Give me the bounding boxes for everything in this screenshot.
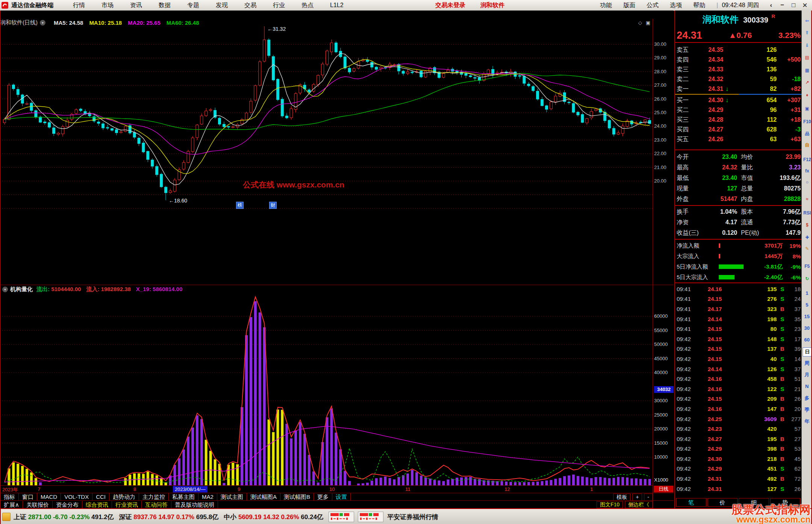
- strip-icon-13[interactable]: ○: [802, 180, 812, 185]
- strip-icon-8[interactable]: F10: [802, 119, 812, 124]
- strip-period-多[interactable]: 多: [803, 394, 811, 402]
- chart-corner-icon-0[interactable]: ◇: [638, 20, 642, 26]
- index-quote-0[interactable]: 上证 2871.00 -6.70 -0.23% 491.2亿: [14, 513, 114, 521]
- bid-row[interactable]: 买四24.27628-3: [675, 125, 802, 134]
- ask-row[interactable]: 卖四24.34546+500: [675, 55, 802, 65]
- indicator-tab-3[interactable]: VOL-TDX: [61, 493, 92, 501]
- index-quote-2[interactable]: 中小 5609.19 14.32 0.26% 60.24亿: [224, 513, 323, 521]
- tick-tab-0[interactable]: 笔: [676, 498, 706, 507]
- indicator-tab-settings[interactable]: 设置: [332, 493, 351, 501]
- function-tab-2[interactable]: 资金分布: [53, 501, 82, 509]
- indicator-tab-4[interactable]: CCI: [92, 493, 109, 501]
- strip-icon-7[interactable]: ▣: [802, 106, 812, 111]
- bid-row[interactable]: 买三24.28112+18: [675, 115, 802, 125]
- indicator-tab-0[interactable]: 指标: [0, 493, 19, 501]
- menu-item-9[interactable]: L1L2: [330, 2, 344, 8]
- bid-row[interactable]: 买一24.30↓654+307: [675, 95, 802, 105]
- strip-icon-16[interactable]: $: [802, 222, 812, 228]
- menu-item-1[interactable]: 市场: [102, 2, 114, 8]
- strip-icon-11[interactable]: F12: [802, 157, 812, 162]
- indicator-tab-11[interactable]: 测试幅图B: [280, 493, 314, 501]
- index-quote-1[interactable]: 深证 8937.76 14.97 0.17% 695.8亿: [119, 513, 219, 521]
- function-tab-3[interactable]: 综合资讯: [82, 501, 112, 509]
- function-tab-right-0[interactable]: 图文F10: [597, 501, 623, 508]
- stock-shortcut[interactable]: 润和软件: [480, 2, 504, 9]
- mini-trend-icon[interactable]: [329, 512, 354, 522]
- strip-period-年[interactable]: 年: [803, 417, 811, 426]
- strip-icon-4[interactable]: ▦: [802, 68, 812, 73]
- menu-item-4[interactable]: 专题: [187, 2, 199, 8]
- strip-period-季[interactable]: 季: [803, 406, 811, 414]
- strip-icon-3[interactable]: ▤: [802, 55, 812, 60]
- minimize-button[interactable]: −: [777, 2, 788, 9]
- strip-icon-1[interactable]: ⇧: [802, 30, 812, 35]
- strip-period-5[interactable]: 5: [803, 301, 811, 309]
- ask-row[interactable]: 卖五24.35126: [675, 45, 802, 55]
- strip-icon-20[interactable]: ↻: [802, 276, 812, 281]
- strip-icon-14[interactable]: ≈: [802, 196, 812, 202]
- indicator-tab-5[interactable]: 趋势动力: [109, 493, 139, 501]
- chart-corner-icon-1[interactable]: ▣: [646, 20, 650, 26]
- function-tab-4[interactable]: 行业资讯: [112, 501, 142, 509]
- bid-row[interactable]: 买二24.2996+31: [675, 105, 802, 115]
- indicator-tab-1[interactable]: 窗口: [19, 493, 37, 501]
- zoom-in-button[interactable]: +: [632, 494, 642, 501]
- close-button[interactable]: ✕: [799, 2, 810, 9]
- strip-period-15[interactable]: 15: [803, 313, 811, 321]
- zoom-out-button[interactable]: -: [644, 494, 653, 501]
- menu-item-right-0[interactable]: 功能: [600, 2, 612, 9]
- strip-icon-9[interactable]: 品: [802, 131, 812, 137]
- message-icon[interactable]: [2, 513, 11, 521]
- strip-period-N[interactable]: N: [803, 382, 811, 391]
- strip-icon-0[interactable]: ⇦: [802, 18, 812, 23]
- strip-period-30[interactable]: 30: [803, 324, 811, 332]
- menu-item-8[interactable]: 热点: [301, 2, 314, 8]
- ask-row[interactable]: 卖一24.31↓82+82: [675, 84, 802, 94]
- function-tab-right-1[interactable]: 侧边栏《: [625, 501, 653, 508]
- strip-icon-19[interactable]: F5: [802, 264, 812, 269]
- strip-icon-17[interactable]: ✚: [802, 235, 812, 240]
- strip-icon-15[interactable]: RSI: [802, 210, 812, 216]
- mini-trend-icon[interactable]: [358, 512, 383, 522]
- overlay-tag-0[interactable]: 榜: [236, 202, 244, 209]
- indicator-tab-8[interactable]: MA2: [198, 493, 217, 501]
- strip-period-1[interactable]: 1: [803, 289, 811, 297]
- strip-icon-6[interactable]: ♦: [802, 92, 812, 98]
- strip-period-60[interactable]: 60: [803, 336, 811, 344]
- template-button[interactable]: 模板: [613, 494, 630, 501]
- indicator-tab-2[interactable]: MACD: [37, 493, 61, 501]
- menu-item-6[interactable]: 交易: [244, 2, 256, 8]
- menu-item-7[interactable]: 行业: [273, 2, 285, 8]
- strip-icon-18[interactable]: ✎: [802, 246, 812, 251]
- function-tab-6[interactable]: 普及版功能说明: [171, 501, 218, 509]
- ask-row[interactable]: 卖三24.33136: [675, 65, 802, 74]
- candlestick-chart[interactable]: ←31.32←18.60: [0, 26, 653, 285]
- menu-item-0[interactable]: 行情: [73, 2, 85, 8]
- function-tab-5[interactable]: 互动问答: [142, 501, 171, 509]
- indicator-tab-10[interactable]: 测试幅图A: [247, 493, 280, 501]
- collapse-chevron-icon[interactable]: ▾: [40, 20, 45, 26]
- bid-row[interactable]: 买五24.2663+63: [675, 134, 802, 144]
- indicator-tab-9[interactable]: 测试主图: [217, 493, 247, 501]
- strip-period-月[interactable]: 月: [803, 371, 811, 379]
- indicator-tab-7[interactable]: 私募主图: [169, 493, 198, 501]
- ask-row[interactable]: 卖二24.3259-18: [675, 74, 802, 84]
- back-button[interactable]: ‹: [765, 2, 777, 9]
- strip-period-周[interactable]: 周: [803, 359, 811, 367]
- menu-item-right-2[interactable]: 公式: [647, 2, 659, 9]
- menu-item-5[interactable]: 发现: [216, 2, 228, 8]
- menu-item-2[interactable]: 资讯: [130, 2, 142, 8]
- maximize-button[interactable]: □: [788, 2, 799, 9]
- strip-period-日[interactable]: 日: [803, 347, 812, 356]
- trade-login-status[interactable]: 交易未登录: [435, 2, 465, 9]
- indicator-tab-6[interactable]: 主力监控: [139, 493, 169, 501]
- menu-item-right-4[interactable]: 帮助: [693, 2, 705, 9]
- function-tab-1[interactable]: 关联报价: [23, 501, 53, 509]
- strip-icon-5[interactable]: ↗: [802, 80, 812, 85]
- strip-icon-12[interactable]: fx: [802, 168, 812, 174]
- collapse-chevron-icon[interactable]: ▾: [2, 287, 8, 292]
- indicator-tab-12[interactable]: 更多: [314, 493, 332, 501]
- menu-item-right-1[interactable]: 版面: [623, 2, 635, 9]
- strip-icon-2[interactable]: ⇩: [802, 43, 812, 48]
- menu-item-right-3[interactable]: 选项: [670, 2, 682, 9]
